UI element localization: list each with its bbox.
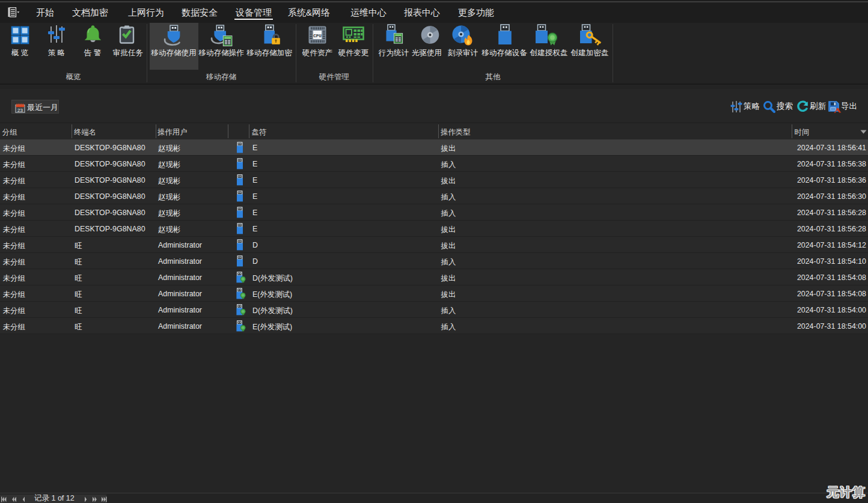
svg-text:23: 23 xyxy=(17,107,23,112)
svg-text:CPU: CPU xyxy=(313,34,322,38)
